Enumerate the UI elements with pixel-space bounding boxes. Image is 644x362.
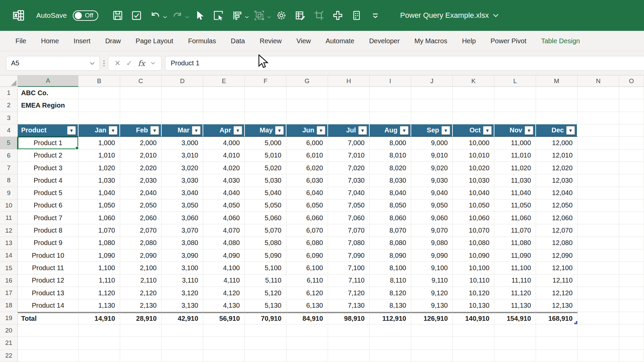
cell-N7[interactable] [578,162,619,174]
cell-D10[interactable]: 3,050 [162,199,203,212]
cell-J4[interactable]: Sep▾ [411,124,453,137]
column-header-G[interactable]: G [286,75,328,87]
cell-G16[interactable]: 6,110 [286,275,328,287]
cell-E22[interactable] [203,350,245,362]
cell-O12[interactable] [619,224,644,237]
row-header-16[interactable]: 16 [0,275,18,287]
row-header-4[interactable]: 4 [0,124,18,137]
cell-N10[interactable] [578,199,619,212]
tab-review[interactable]: Review [252,37,289,45]
cell-H18[interactable]: 7,130 [328,299,370,312]
cell-F7[interactable]: 5,020 [245,162,286,174]
cell-F22[interactable] [245,350,286,362]
cell-G14[interactable]: 6,090 [286,249,328,262]
tab-draw[interactable]: Draw [98,37,128,45]
cell-C17[interactable]: 2,120 [120,287,162,299]
cell-F14[interactable]: 5,090 [245,249,286,262]
cell-O14[interactable] [619,249,644,262]
column-header-B[interactable]: B [78,75,120,87]
cell-B22[interactable] [78,350,120,362]
cell-B18[interactable]: 1,130 [78,299,120,312]
name-box[interactable]: A5 [6,56,100,71]
cell-M18[interactable]: 12,130 [536,299,578,312]
cell-A3[interactable] [18,112,78,124]
cell-O7[interactable] [619,162,644,174]
cell-H11[interactable]: 7,060 [328,212,370,224]
cell-L13[interactable]: 11,080 [494,237,536,249]
cell-K21[interactable] [453,337,494,349]
cell-B13[interactable]: 1,080 [78,237,120,249]
cell-O20[interactable] [619,324,644,337]
cell-G5[interactable]: 6,000 [286,137,328,149]
cell-L2[interactable] [494,99,536,112]
cell-D1[interactable] [162,87,203,99]
row-header-15[interactable]: 15 [0,262,18,274]
cell-C5[interactable]: 2,000 [120,137,162,149]
cell-C10[interactable]: 2,050 [120,199,162,212]
cell-L9[interactable]: 11,040 [494,187,536,199]
tab-insert[interactable]: Insert [66,37,98,45]
cell-L19[interactable]: 154,910 [494,312,536,324]
cell-J13[interactable]: 9,080 [411,237,453,249]
cell-B14[interactable]: 1,090 [78,249,120,262]
select-all-corner[interactable] [0,75,18,87]
cell-M13[interactable]: 12,080 [536,237,578,249]
cell-O8[interactable] [619,174,644,187]
cell-H15[interactable]: 7,100 [328,262,370,274]
cell-A16[interactable]: Product 12 [18,275,78,287]
cell-G18[interactable]: 6,130 [286,299,328,312]
cell-H12[interactable]: 7,070 [328,224,370,237]
cell-O22[interactable] [619,350,644,362]
cell-H1[interactable] [328,87,370,99]
column-header-H[interactable]: H [328,75,370,87]
cell-O19[interactable] [619,312,644,324]
cell-M9[interactable]: 12,040 [536,187,578,199]
cell-K2[interactable] [453,99,494,112]
row-header-13[interactable]: 13 [0,237,18,249]
cell-D4[interactable]: Mar▾ [162,124,203,137]
cell-I7[interactable]: 8,020 [370,162,411,174]
cell-H19[interactable]: 98,910 [328,312,370,324]
tab-home[interactable]: Home [34,37,66,45]
cell-B17[interactable]: 1,120 [78,287,120,299]
row-header-3[interactable]: 3 [0,112,18,124]
cell-C11[interactable]: 2,060 [120,212,162,224]
insert-function-icon[interactable]: fx [138,59,145,68]
cell-I4[interactable]: Aug▾ [370,124,411,137]
cell-K4[interactable]: Oct▾ [453,124,494,137]
cell-F11[interactable]: 5,060 [245,212,286,224]
cell-E9[interactable]: 4,040 [203,187,245,199]
row-header-12[interactable]: 12 [0,224,18,237]
cell-K9[interactable]: 10,040 [453,187,494,199]
cell-J12[interactable]: 9,070 [411,224,453,237]
edit-sheet-icon[interactable] [294,10,306,21]
cell-L4[interactable]: Nov▾ [494,124,536,137]
column-header-M[interactable]: M [536,75,578,87]
filter-button-may[interactable]: ▾ [275,126,284,135]
cell-F10[interactable]: 5,050 [245,199,286,212]
cell-D12[interactable]: 3,070 [162,224,203,237]
cell-E6[interactable]: 4,010 [203,149,245,162]
cell-J9[interactable]: 9,040 [411,187,453,199]
cell-M6[interactable]: 12,010 [536,149,578,162]
cell-I18[interactable]: 8,130 [370,299,411,312]
cell-I5[interactable]: 8,000 [370,137,411,149]
tab-table-design[interactable]: Table Design [534,37,587,45]
cell-N21[interactable] [578,337,619,349]
cell-N20[interactable] [578,324,619,337]
cell-N3[interactable] [578,112,619,124]
cell-D3[interactable] [162,112,203,124]
cell-E1[interactable] [203,87,245,99]
cell-C19[interactable]: 28,910 [120,312,162,324]
excel-logo-icon[interactable] [12,9,25,22]
cell-F8[interactable]: 5,030 [245,174,286,187]
cell-E4[interactable]: Apr▾ [203,124,245,137]
cell-G12[interactable]: 6,070 [286,224,328,237]
column-header-F[interactable]: F [245,75,286,87]
cell-B4[interactable]: Jan▾ [78,124,120,137]
cell-D22[interactable] [162,350,203,362]
row-header-6[interactable]: 6 [0,149,18,162]
cell-A21[interactable] [18,337,78,349]
align-dropdown-icon[interactable] [245,14,249,19]
redo-dropdown-icon[interactable] [185,14,190,19]
